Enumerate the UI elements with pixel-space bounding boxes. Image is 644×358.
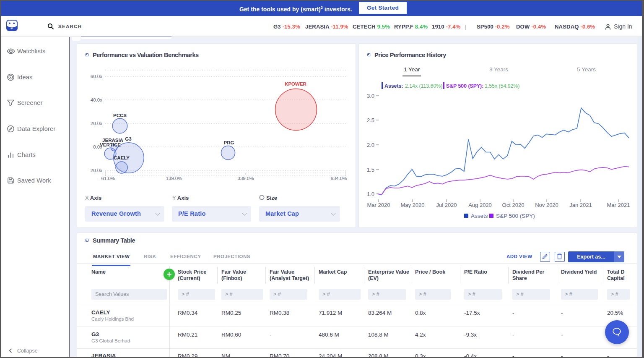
svg-text:1.55x (54.92%): 1.55x (54.92%)	[485, 83, 519, 89]
svg-text:S&P 500 (SPY): S&P 500 (SPY)	[496, 213, 535, 219]
svg-text:-61.0%: -61.0%	[100, 176, 115, 181]
svg-text:0.0x: 0.0x	[93, 144, 102, 149]
svg-text:Oct 2020: Oct 2020	[502, 202, 525, 208]
svg-text:Jan 2021: Jan 2021	[569, 202, 592, 208]
svg-text:-20.0x: -20.0x	[89, 168, 102, 173]
svg-text:20.0x: 20.0x	[91, 121, 102, 126]
svg-text:1.5: 1.5	[367, 167, 374, 173]
svg-text:Nov 2020: Nov 2020	[535, 202, 558, 208]
svg-text:Mar 2020: Mar 2020	[367, 202, 390, 208]
svg-text:Assets:: Assets:	[384, 83, 403, 89]
svg-text:S&P 500 (SPY):: S&P 500 (SPY):	[446, 83, 483, 89]
svg-text:CAELY: CAELY	[114, 155, 130, 160]
svg-text:Jul 2020: Jul 2020	[436, 202, 457, 208]
svg-text:1.0: 1.0	[367, 191, 374, 197]
svg-text:339.0%: 339.0%	[237, 176, 254, 181]
svg-text:139.0%: 139.0%	[166, 176, 182, 181]
svg-text:2.0: 2.0	[367, 142, 374, 148]
svg-text:KPOWER: KPOWER	[285, 81, 306, 86]
svg-text:PRG: PRG	[224, 140, 234, 145]
svg-text:Mar 2021: Mar 2021	[607, 202, 630, 208]
svg-text:May 2020: May 2020	[400, 202, 424, 208]
svg-text:2.5: 2.5	[367, 117, 374, 123]
svg-text:3.0: 3.0	[367, 93, 374, 99]
svg-text:40.0x: 40.0x	[91, 97, 102, 102]
svg-text:Assets: Assets	[471, 213, 488, 219]
svg-text:60.0x: 60.0x	[91, 74, 102, 79]
svg-text:VERTICE: VERTICE	[100, 142, 121, 147]
svg-text:634.0%: 634.0%	[330, 176, 347, 181]
svg-text:Aug 2020: Aug 2020	[468, 202, 492, 208]
svg-text:G3: G3	[125, 136, 131, 141]
svg-text:PCCS: PCCS	[113, 113, 127, 118]
svg-text:2.14x (113.60%): 2.14x (113.60%)	[405, 83, 442, 89]
